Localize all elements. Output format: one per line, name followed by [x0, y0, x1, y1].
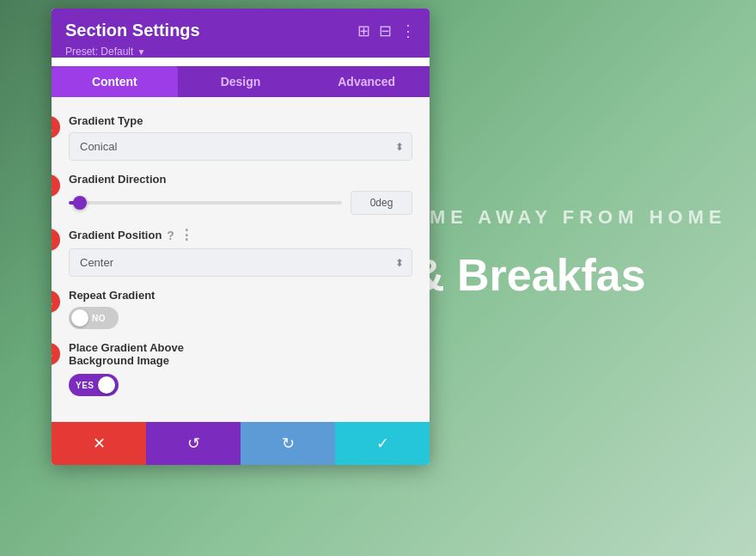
gradient-type-field: Gradient Type Linear Radial Conical Elli…: [69, 114, 412, 161]
step-badge-4: 4: [52, 290, 60, 313]
save-button[interactable]: ✓: [335, 422, 430, 465]
gradient-direction-input[interactable]: [351, 191, 412, 215]
place-gradient-label: Place Gradient AboveBackground Image: [69, 341, 412, 367]
settings-panel: Section Settings ⊞ ⊟ ⋮ Preset: Default ▼…: [52, 9, 430, 465]
place-gradient-row: 5 Place Gradient AboveBackground Image Y…: [69, 341, 412, 396]
gradient-type-select-wrapper: Linear Radial Conical Elliptical ⬍: [69, 132, 412, 161]
bg-text-top: ME AWAY FROM HOME: [430, 206, 727, 229]
slider-thumb[interactable]: [73, 196, 87, 210]
expand-icon[interactable]: ⊞: [357, 23, 370, 39]
preset-text: Preset: Default: [65, 46, 133, 58]
reset-button[interactable]: ↺: [146, 422, 241, 465]
gradient-position-select-wrapper: Top Left Top Center Top Right Center Lef…: [69, 248, 412, 277]
gradient-type-label: Gradient Type: [69, 114, 412, 127]
repeat-gradient-toggle[interactable]: NO: [69, 307, 412, 329]
step-badge-2: 2: [52, 174, 60, 197]
repeat-gradient-row: 4 Repeat Gradient NO: [69, 289, 412, 329]
panel-header-icons: ⊞ ⊟ ⋮: [357, 23, 416, 39]
help-icon[interactable]: ?: [167, 229, 174, 242]
gradient-type-select[interactable]: Linear Radial Conical Elliptical: [69, 132, 412, 161]
place-gradient-field: Place Gradient AboveBackground Image YES: [69, 341, 412, 396]
gradient-direction-slider-row: [69, 191, 412, 215]
more-dots-icon[interactable]: ⋮: [180, 227, 193, 243]
toggle-label-no: NO: [92, 314, 106, 323]
place-gradient-toggle[interactable]: YES: [69, 374, 412, 396]
slider-track[interactable]: [69, 201, 342, 205]
cancel-button[interactable]: ✕: [52, 422, 146, 465]
preset-arrow: ▼: [137, 47, 145, 57]
gradient-direction-row: 2 Gradient Direction: [69, 173, 412, 215]
toggle-label-yes: YES: [76, 381, 94, 390]
repeat-gradient-field: Repeat Gradient NO: [69, 289, 412, 329]
panel-tabs: Content Design Advanced: [52, 66, 430, 97]
panel-header-top: Section Settings ⊞ ⊟ ⋮: [65, 21, 416, 40]
gradient-type-row: 1 Gradient Type Linear Radial Conical El…: [69, 114, 412, 161]
toggle-no[interactable]: NO: [69, 307, 119, 329]
panel-header: Section Settings ⊞ ⊟ ⋮ Preset: Default ▼: [52, 9, 430, 58]
gradient-position-row: 3 Gradient Position ? ⋮ Top Left Top Cen…: [69, 227, 412, 277]
step-badge-3: 3: [52, 229, 60, 251]
gradient-position-label: Gradient Position ? ⋮: [69, 227, 412, 243]
gradient-direction-label: Gradient Direction: [69, 173, 412, 186]
panel-title: Section Settings: [65, 21, 200, 40]
split-icon[interactable]: ⊟: [379, 23, 392, 39]
repeat-gradient-label: Repeat Gradient: [69, 289, 412, 302]
gradient-position-select[interactable]: Top Left Top Center Top Right Center Lef…: [69, 248, 412, 277]
tab-design[interactable]: Design: [178, 66, 304, 97]
tab-advanced[interactable]: Advanced: [303, 66, 430, 97]
step-badge-5: 5: [52, 343, 60, 365]
panel-body: 1 Gradient Type Linear Radial Conical El…: [52, 97, 430, 422]
gradient-position-text: Gradient Position: [69, 229, 162, 241]
bg-text-bottom: & Breakfas: [412, 249, 646, 301]
toggle-yes[interactable]: YES: [69, 374, 119, 396]
panel-footer: ✕ ↺ ↻ ✓: [52, 422, 430, 465]
preset-label[interactable]: Preset: Default ▼: [65, 46, 416, 58]
toggle-knob-yes: [98, 376, 115, 394]
toggle-knob-no: [71, 309, 88, 327]
gradient-direction-field: Gradient Direction: [69, 173, 412, 215]
step-badge-1: 1: [52, 116, 60, 138]
gradient-position-field: Gradient Position ? ⋮ Top Left Top Cente…: [69, 227, 412, 277]
tab-content[interactable]: Content: [52, 66, 178, 97]
redo-button[interactable]: ↻: [241, 422, 335, 465]
more-icon[interactable]: ⋮: [400, 23, 416, 39]
